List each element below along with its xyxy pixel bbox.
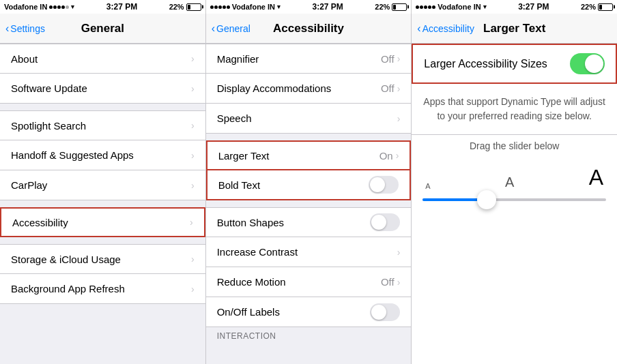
display-accommodations-chevron-icon: ›: [397, 83, 401, 94]
chevron-left-icon-2: ‹: [212, 22, 215, 35]
row-storage[interactable]: Storage & iCloud Usage ›: [0, 244, 205, 274]
accessibility-label: Accessibility: [12, 217, 190, 228]
about-chevron-icon: ›: [191, 53, 195, 64]
onoff-labels-toggle[interactable]: [370, 303, 400, 321]
back-button-2[interactable]: ‹ General: [212, 22, 250, 35]
status-left-3: Vodafone IN ▾: [416, 3, 486, 11]
handoff-chevron-icon: ›: [191, 150, 195, 161]
bold-text-toggle[interactable]: [369, 176, 399, 194]
time-1: 3:27 PM: [106, 2, 137, 12]
time-2: 3:27 PM: [312, 2, 343, 12]
reduce-motion-value: Off: [381, 276, 394, 288]
row-bold-text[interactable]: Bold Text: [206, 170, 412, 200]
bold-text-label: Bold Text: [218, 179, 369, 191]
nav-title-2: Accessibility: [273, 22, 344, 35]
larger-accessibility-row: Larger Accessibility Sizes: [412, 44, 617, 84]
handoff-label: Handoff & Suggested Apps: [11, 149, 191, 161]
row-display-accommodations[interactable]: Display Accommodations Off ›: [206, 74, 412, 104]
panel-general: About › Software Update › Spotlight Sear…: [0, 44, 206, 364]
row-bg-refresh[interactable]: Background App Refresh ›: [0, 274, 205, 304]
row-carplay[interactable]: CarPlay ›: [0, 170, 205, 200]
status-left-2: Vodafone IN ▾: [210, 3, 281, 11]
carrier-1: Vodafone IN: [4, 3, 47, 11]
status-bar-1: Vodafone IN ▾ 3:27 PM 22%: [0, 0, 206, 14]
row-about[interactable]: About ›: [0, 44, 205, 74]
acc-group-3: Button Shapes Increase Contrast › Reduce…: [206, 207, 412, 327]
back-label-3: Accessibility: [422, 23, 474, 34]
display-accommodations-value: Off: [381, 82, 394, 94]
battery-icon-2: [392, 3, 407, 11]
magnifier-chevron-icon: ›: [397, 53, 401, 64]
button-shapes-label: Button Shapes: [217, 217, 371, 228]
back-button-1[interactable]: ‹ Settings: [5, 22, 45, 35]
larger-accessibility-toggle[interactable]: [570, 53, 605, 74]
signal-1: [49, 5, 69, 9]
carrier-3: Vodafone IN: [437, 3, 480, 11]
row-magnifier[interactable]: Magnifier Off ›: [206, 44, 412, 74]
row-onoff-labels[interactable]: On/Off Labels: [206, 297, 412, 327]
battery-pct-3: 22%: [581, 3, 596, 11]
slider-track[interactable]: [422, 198, 606, 201]
row-button-shapes[interactable]: Button Shapes: [206, 207, 412, 237]
row-accessibility[interactable]: Accessibility ›: [0, 207, 205, 237]
bg-refresh-chevron-icon: ›: [191, 284, 195, 294]
status-right-1: 22%: [169, 3, 201, 11]
wifi-icon-2: ▾: [277, 3, 281, 10]
nav-title-1: General: [81, 22, 124, 35]
slider-thumb[interactable]: [477, 190, 496, 209]
display-accommodations-label: Display Accommodations: [217, 82, 381, 94]
accessibility-chevron-icon: ›: [190, 217, 193, 228]
bg-refresh-label: Background App Refresh: [11, 283, 191, 294]
carplay-chevron-icon: ›: [191, 180, 195, 191]
row-spotlight-search[interactable]: Spotlight Search ›: [0, 110, 205, 140]
spotlight-search-label: Spotlight Search: [11, 120, 191, 132]
row-increase-contrast[interactable]: Increase Contrast ›: [206, 237, 412, 267]
back-button-3[interactable]: ‹ Accessibility: [417, 22, 474, 35]
row-software-update[interactable]: Software Update ›: [0, 74, 205, 104]
status-right-3: 22%: [581, 3, 613, 11]
row-larger-text[interactable]: Larger Text On ›: [206, 140, 412, 170]
status-right-2: 22%: [375, 3, 407, 11]
magnifier-value: Off: [381, 53, 394, 65]
slider-thumb-container: [477, 190, 496, 209]
button-shapes-toggle[interactable]: [370, 213, 400, 231]
software-update-label: Software Update: [11, 82, 191, 94]
battery-pct-1: 22%: [169, 3, 184, 11]
speech-chevron-icon: ›: [397, 113, 401, 124]
battery-pct-2: 22%: [375, 3, 390, 11]
spotlight-chevron-icon: ›: [191, 120, 195, 131]
signal-3: [416, 5, 435, 9]
chevron-left-icon-3: ‹: [417, 22, 420, 35]
acc-group-1: Magnifier Off › Display Accommodations O…: [206, 44, 412, 134]
row-speech[interactable]: Speech ›: [206, 104, 412, 134]
slider-a-mid-label: A: [505, 175, 514, 190]
slider-a-small-label: A: [425, 182, 430, 190]
wifi-icon-3: ▾: [483, 3, 487, 10]
group-2: Spotlight Search › Handoff & Suggested A…: [0, 110, 205, 200]
storage-label: Storage & iCloud Usage: [11, 254, 191, 265]
software-update-chevron-icon: ›: [191, 83, 195, 94]
status-left-1: Vodafone IN ▾: [4, 3, 74, 11]
signal-2: [210, 5, 230, 9]
increase-contrast-label: Increase Contrast: [217, 246, 397, 258]
speech-label: Speech: [217, 112, 397, 124]
battery-icon-3: [598, 3, 613, 11]
row-reduce-motion[interactable]: Reduce Motion Off ›: [206, 267, 412, 297]
nav-title-3: Larger Text: [483, 22, 545, 35]
status-bar-2: Vodafone IN ▾ 3:27 PM 22%: [206, 0, 412, 14]
carplay-label: CarPlay: [11, 179, 191, 191]
row-handoff[interactable]: Handoff & Suggested Apps ›: [0, 140, 205, 170]
reduce-motion-chevron-icon: ›: [397, 277, 401, 288]
larger-text-label: Larger Text: [218, 150, 379, 162]
acc-group-2: Larger Text On › Bold Text: [206, 140, 412, 200]
interaction-section-header: INTERACTION: [206, 327, 412, 344]
storage-chevron-icon: ›: [191, 254, 195, 264]
reduce-motion-label: Reduce Motion: [217, 276, 381, 288]
chevron-left-icon-1: ‹: [5, 22, 9, 35]
larger-text-value: On: [379, 150, 393, 162]
slider-a-large-label: A: [589, 165, 603, 190]
time-3: 3:27 PM: [518, 2, 549, 12]
larger-text-description: Apps that support Dynamic Type will adju…: [412, 84, 617, 134]
nav-bar-1: ‹ Settings General: [0, 14, 206, 43]
panel-larger-text: Larger Accessibility Sizes Apps that sup…: [412, 44, 617, 364]
